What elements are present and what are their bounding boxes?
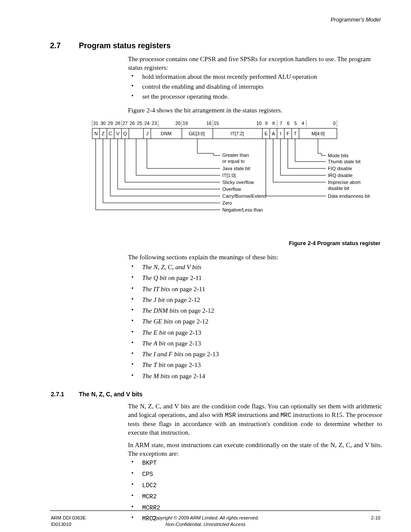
svg-text:Carry/Borrow/Extend: Carry/Borrow/Extend [222, 193, 266, 199]
svg-text:I: I [280, 131, 281, 136]
svg-text:19: 19 [183, 121, 188, 126]
svg-text:29: 29 [108, 121, 113, 126]
svg-text:FIQ disable: FIQ disable [328, 166, 352, 171]
svg-text:DNM: DNM [161, 131, 171, 136]
svg-text:Imprecise abort: Imprecise abort [328, 180, 361, 185]
section-number: 2.7 [50, 40, 61, 51]
para-nzc-2: In ARM state, most instructions can exec… [128, 441, 382, 458]
list-item: set the processor operating mode. [128, 92, 382, 101]
svg-text:Mode bits: Mode bits [328, 153, 349, 158]
list-item: CPS [128, 470, 382, 479]
footer-right: 2-10 [371, 515, 380, 521]
section-title: Program status registers [79, 40, 171, 51]
footer-center: Copyright © 2009 ARM Limited. All rights… [0, 515, 411, 528]
list-item: The DNM bits on page 2-12 [128, 306, 382, 315]
svg-text:V: V [116, 131, 120, 136]
section-links: The N, Z, C, and V bits The Q bit on pag… [128, 263, 382, 383]
svg-text:8: 8 [272, 121, 275, 126]
svg-text:27: 27 [122, 121, 128, 126]
list-item: The Q bit on page 2-11 [128, 274, 382, 282]
svg-text:16: 16 [206, 121, 212, 126]
svg-text:10: 10 [256, 121, 262, 126]
list-item: The M bits on page 2-14 [128, 372, 382, 380]
figure-caption: Figure 2-4 Program status register [289, 240, 380, 247]
list-item: The A bit on page 2-13 [128, 339, 382, 348]
svg-text:Zero: Zero [222, 200, 232, 205]
svg-text:C: C [109, 131, 112, 136]
subsection-number: 2.7.1 [51, 390, 64, 398]
svg-text:Z: Z [102, 131, 105, 136]
svg-text:Java state bit: Java state bit [222, 166, 250, 171]
svg-text:GE[3:0]: GE[3:0] [189, 131, 205, 136]
svg-text:26: 26 [130, 121, 135, 126]
svg-text:25: 25 [137, 121, 142, 126]
svg-text:M[4:0]: M[4:0] [311, 131, 325, 136]
list-item: LDC2 [128, 481, 382, 490]
svg-text:7: 7 [280, 121, 282, 126]
svg-text:Overflow: Overflow [222, 187, 241, 192]
svg-text:Sticky overflow: Sticky overflow [222, 180, 254, 185]
svg-text:Greater than: Greater than [222, 152, 249, 158]
svg-text:20: 20 [175, 121, 181, 126]
para-nzc-1: The N, Z, C, and V bits are the conditio… [128, 402, 382, 437]
svg-text:IRQ disable: IRQ disable [328, 173, 352, 178]
running-head: Programmer's Model [330, 16, 380, 24]
list-item: hold information about the most recently… [128, 72, 382, 81]
svg-text:F: F [286, 131, 290, 136]
list-item: The I and F bits on page 2-13 [128, 350, 382, 358]
svg-text:9: 9 [265, 121, 268, 126]
list-item: The IT bits on page 2-11 [128, 285, 382, 293]
svg-text:Data endianness bit: Data endianness bit [328, 193, 370, 199]
intro-para-2: Figure 2-4 shows the bit arrangement in … [128, 106, 382, 115]
svg-text:31: 31 [93, 121, 98, 126]
svg-text:4: 4 [302, 121, 304, 126]
intro-bullets: hold information about the most recently… [128, 72, 382, 82]
list-item: The N, Z, C, and V bits [128, 263, 382, 271]
svg-text:24: 24 [144, 121, 149, 126]
svg-text:Negative/Less than: Negative/Less than [222, 207, 263, 212]
svg-text:Thumb state bit: Thumb state bit [328, 159, 361, 164]
list-item: MCR2 [128, 492, 382, 501]
svg-text:28: 28 [115, 121, 120, 126]
subsection-title: The N, Z, C, and V bits [79, 390, 143, 398]
figure-psr-diagram: 31 30 29 28 27 26 25 24 23 20 19 16 15 1… [91, 120, 375, 228]
svg-text:6: 6 [287, 121, 290, 126]
svg-text:IT[7:2]: IT[7:2] [230, 131, 244, 136]
svg-text:30: 30 [100, 121, 106, 126]
svg-text:Q: Q [123, 131, 127, 136]
list-item: The T bit on page 2-13 [128, 361, 382, 369]
svg-text:or equal to: or equal to [222, 159, 245, 164]
intro-para-3: The following sections explain the meani… [128, 253, 382, 261]
svg-text:23: 23 [152, 121, 157, 126]
svg-text:A: A [272, 131, 275, 136]
svg-text:15: 15 [214, 121, 219, 126]
svg-text:E: E [265, 131, 268, 136]
svg-text:IT[1:0]: IT[1:0] [222, 173, 236, 178]
svg-text:T: T [294, 131, 297, 136]
svg-text:N: N [94, 131, 98, 136]
svg-text:J: J [146, 131, 149, 136]
list-item: The E bit on page 2-13 [128, 328, 382, 337]
svg-text:0: 0 [333, 121, 336, 126]
list-item: BKPT [128, 458, 382, 467]
footer-rule [50, 510, 380, 511]
list-item: The J bit on page 2-12 [128, 296, 382, 304]
list-item: control the enabling and disabling of in… [128, 82, 382, 91]
svg-text:disable bit: disable bit [328, 186, 349, 191]
list-item: The GE bits on page 2-12 [128, 317, 382, 326]
svg-text:5: 5 [294, 121, 297, 126]
intro-para-1: The processor contains one CPSR and five… [128, 55, 382, 72]
